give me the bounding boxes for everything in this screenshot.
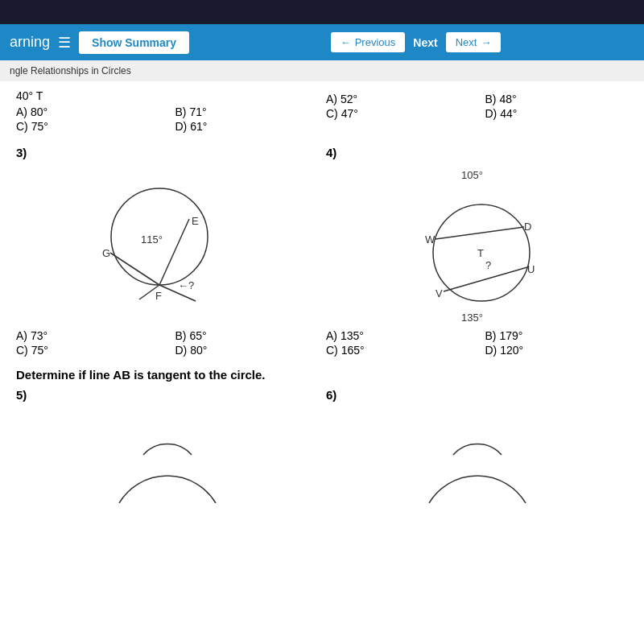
problem-5: 5) bbox=[16, 388, 318, 507]
svg-text:135°: 135° bbox=[461, 312, 483, 324]
prob3-answers: A) 73° B) 65° C) 75° D) 80° bbox=[16, 329, 318, 357]
prob5-diagram bbox=[16, 407, 318, 503]
svg-text:F: F bbox=[155, 290, 162, 302]
problem-6: 6) bbox=[326, 388, 628, 507]
problem-3: 3) 115° E G F bbox=[16, 146, 318, 357]
prob4-answers: A) 135° B) 179° C) 165° D) 120° bbox=[326, 329, 628, 357]
problem-4: 4) 105° W D V U T bbox=[326, 146, 628, 357]
svg-text:W: W bbox=[425, 233, 436, 246]
prob2-answers: A) 52° B) 48° C) 47° D) 44° bbox=[326, 93, 628, 120]
svg-line-9 bbox=[110, 253, 159, 285]
prob3-diagram: 115° E G F ←? bbox=[16, 164, 318, 325]
problems-5-6: 5) 6) bbox=[16, 388, 628, 507]
show-summary-button[interactable]: Show Summary bbox=[79, 31, 189, 54]
prob3-label: 3) bbox=[16, 146, 27, 159]
next-button[interactable]: Next → bbox=[446, 32, 502, 52]
svg-text:115°: 115° bbox=[141, 233, 163, 246]
svg-text:V: V bbox=[436, 287, 443, 299]
prob1-header: 40° T bbox=[16, 89, 318, 102]
nav-center: ← Previous Next Next → bbox=[331, 32, 502, 52]
previous-button[interactable]: ← Previous bbox=[331, 32, 406, 52]
breadcrumb: ngle Relationships in Circles bbox=[0, 60, 644, 81]
svg-text:←?: ←? bbox=[178, 279, 194, 291]
svg-text:T: T bbox=[477, 247, 484, 259]
svg-line-8 bbox=[159, 219, 189, 285]
nav-bar: arning ☰ Show Summary ← Previous Next Ne… bbox=[0, 24, 644, 60]
top-black-bar bbox=[0, 0, 644, 24]
svg-text:105°: 105° bbox=[461, 169, 483, 181]
main-content: 40° T A) 80° B) 71° C) 75° D) 61° A) 52°… bbox=[0, 81, 644, 515]
determine-title: Determine if line AB is tangent to the c… bbox=[16, 368, 628, 382]
svg-text:D: D bbox=[524, 221, 531, 233]
svg-text:?: ? bbox=[485, 259, 491, 271]
earning-label: arning bbox=[10, 34, 50, 51]
nav-label: Next bbox=[413, 36, 437, 49]
prob1-answers: A) 80° B) 71° C) 75° D) 61° bbox=[16, 105, 318, 133]
prob4-diagram: 105° W D V U T ? bbox=[326, 164, 628, 325]
svg-text:E: E bbox=[192, 215, 199, 227]
determine-section: Determine if line AB is tangent to the c… bbox=[16, 368, 628, 507]
prob4-label: 4) bbox=[326, 146, 336, 159]
menu-icon[interactable]: ☰ bbox=[58, 34, 71, 52]
prob6-diagram bbox=[326, 407, 628, 503]
svg-text:G: G bbox=[102, 247, 110, 259]
svg-line-18 bbox=[436, 227, 524, 239]
svg-text:U: U bbox=[527, 263, 535, 275]
